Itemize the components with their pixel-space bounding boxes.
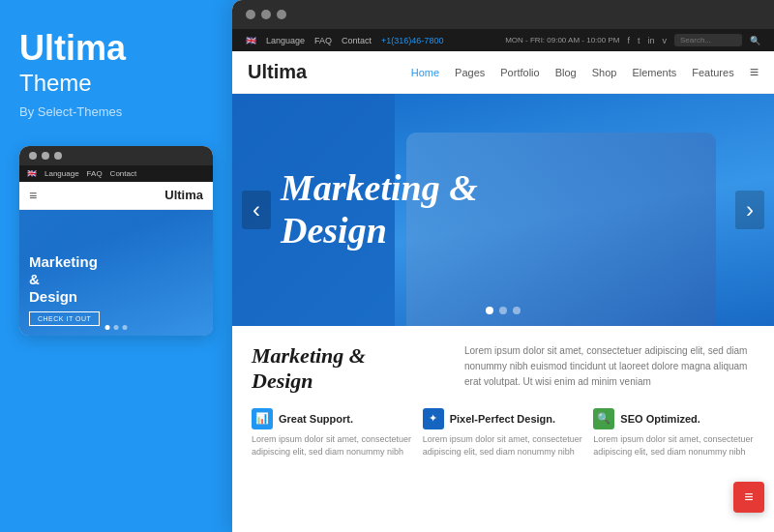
mobile-hamburger-icon[interactable]: ≡ — [29, 188, 37, 203]
nav-link-blog[interactable]: Blog — [555, 67, 577, 78]
nav-links: Home Pages Portfolio Blog Shop Elements … — [411, 64, 759, 81]
content-top: Marketing & Design Lorem ipsum dolor sit… — [252, 343, 755, 395]
topbar-contact[interactable]: Contact — [342, 36, 372, 45]
site-content: Marketing & Design Lorem ipsum dolor sit… — [232, 326, 774, 532]
topbar-social-tw[interactable]: t — [638, 36, 640, 45]
mobile-hero-title: Marketing&Design — [29, 253, 100, 306]
features-row: 📊 Great Support. Lorem ipsum dolor sit a… — [252, 408, 755, 459]
site-hero: Marketing & Design ‹ › — [232, 94, 774, 326]
topbar-faq[interactable]: FAQ — [314, 36, 332, 45]
corner-menu-button[interactable]: ≡ — [733, 482, 764, 513]
content-heading-line1: Marketing & — [252, 343, 366, 368]
feature-icon-2: ✦ — [423, 408, 444, 429]
feature-icon-1: 📊 — [252, 408, 273, 429]
mobile-hero-dot-1 — [105, 325, 110, 330]
topbar-left: 🇬🇧 Language FAQ Contact +1(316)46-7800 — [246, 36, 443, 45]
mobile-titlebar — [19, 146, 213, 165]
topbar-right: MON - FRI: 09:00 AM - 10:00 PM f t in v … — [505, 34, 760, 46]
nav-hamburger-icon[interactable]: ≡ — [750, 64, 759, 81]
topbar-flag-icon: 🇬🇧 — [246, 36, 256, 45]
mobile-hero-dot-3 — [123, 325, 128, 330]
site-topbar: 🇬🇧 Language FAQ Contact +1(316)46-7800 M… — [232, 29, 774, 51]
mobile-preview-card: 🇬🇧 Language FAQ Contact ≡ Ultima Marketi… — [19, 146, 213, 336]
browser-dot-2 — [261, 10, 271, 19]
hero-title-line1: Marketing & — [281, 167, 478, 208]
feature-col-3: 🔍 SEO Optimized. Lorem ipsum dolor sit a… — [593, 408, 755, 459]
nav-link-home[interactable]: Home — [411, 67, 439, 78]
topbar-social-in[interactable]: in — [647, 36, 654, 45]
mobile-hero: Marketing&Design CHECK IT OUT — [19, 210, 213, 336]
feature-para-1: Lorem ipsum dolor sit amet, consectetuer… — [252, 433, 413, 459]
topbar-social-v[interactable]: v — [663, 36, 668, 45]
browser-dot-3 — [277, 10, 286, 19]
mobile-nav-logo: Ultima — [164, 188, 203, 202]
hero-title: Marketing & Design — [281, 167, 478, 251]
dot-1 — [29, 152, 37, 160]
brand-by: By Select-Themes — [19, 104, 213, 119]
mobile-flag-icon: 🇬🇧 — [27, 169, 37, 178]
site-nav: Ultima Home Pages Portfolio Blog Shop El… — [232, 51, 774, 94]
dot-2 — [42, 152, 49, 160]
brand-subtitle: Theme — [19, 70, 213, 97]
mobile-nav: ≡ Ultima — [19, 182, 213, 210]
feature-col-1: 📊 Great Support. Lorem ipsum dolor sit a… — [252, 408, 413, 459]
browser-titlebar — [232, 0, 774, 29]
left-panel: Ultima Theme By Select-Themes 🇬🇧 Languag… — [0, 0, 232, 532]
feature-icon-3: 🔍 — [593, 408, 614, 429]
nav-link-pages[interactable]: Pages — [455, 67, 485, 78]
feature-title-2: Pixel-Perfect Design. — [450, 413, 555, 425]
nav-link-features[interactable]: Features — [692, 67, 733, 78]
feature-title-1: Great Support. — [279, 413, 353, 425]
topbar-search-icon[interactable]: 🔍 — [750, 36, 760, 45]
topbar-search-input[interactable] — [674, 34, 742, 46]
hero-dot-1[interactable] — [486, 307, 493, 314]
content-heading: Marketing & Design — [252, 343, 445, 395]
nav-link-portfolio[interactable]: Portfolio — [500, 67, 539, 78]
feature-icon-wrap-1: 📊 Great Support. — [252, 408, 413, 429]
topbar-language[interactable]: Language — [266, 36, 305, 45]
mobile-contact-link[interactable]: Contact — [110, 169, 137, 178]
hero-dots — [486, 307, 521, 314]
content-para: Lorem ipsum dolor sit amet, consectetuer… — [464, 343, 755, 390]
mobile-hero-dots — [105, 325, 128, 330]
feature-icon-wrap-2: ✦ Pixel-Perfect Design. — [423, 408, 584, 429]
hero-next-arrow[interactable]: › — [735, 191, 764, 229]
mobile-hero-dot-2 — [114, 325, 119, 330]
feature-col-2: ✦ Pixel-Perfect Design. Lorem ipsum dolo… — [423, 408, 584, 459]
hero-prev-arrow[interactable]: ‹ — [242, 191, 271, 229]
topbar-hours: MON - FRI: 09:00 AM - 10:00 PM — [505, 36, 619, 44]
feature-para-3: Lorem ipsum dolor sit amet, consectetuer… — [593, 433, 755, 459]
hero-dot-3[interactable] — [513, 307, 521, 314]
content-heading-line2: Design — [252, 369, 313, 393]
topbar-phone: +1(316)46-7800 — [381, 36, 443, 45]
mobile-language-label[interactable]: Language — [45, 169, 79, 178]
dot-3 — [54, 152, 62, 160]
mobile-hero-btn[interactable]: CHECK IT OUT — [29, 311, 100, 326]
hero-content: Marketing & Design — [281, 167, 478, 251]
nav-link-elements[interactable]: Elements — [632, 67, 676, 78]
mobile-hero-content: Marketing&Design CHECK IT OUT — [29, 253, 100, 326]
content-left: Marketing & Design — [252, 343, 445, 395]
mobile-topbar: 🇬🇧 Language FAQ Contact — [19, 165, 213, 182]
browser-dot-1 — [246, 10, 255, 19]
right-panel: 🇬🇧 Language FAQ Contact +1(316)46-7800 M… — [232, 0, 774, 532]
feature-title-3: SEO Optimized. — [620, 413, 700, 425]
brand-title: Ultima — [19, 29, 213, 68]
nav-link-shop[interactable]: Shop — [592, 67, 617, 78]
hero-dot-2[interactable] — [499, 307, 507, 314]
feature-icon-wrap-3: 🔍 SEO Optimized. — [593, 408, 755, 429]
topbar-social-fb[interactable]: f — [627, 36, 630, 45]
mobile-faq-link[interactable]: FAQ — [87, 169, 103, 178]
content-right: Lorem ipsum dolor sit amet, consectetuer… — [464, 343, 755, 395]
site-logo: Ultima — [248, 61, 307, 83]
feature-para-2: Lorem ipsum dolor sit amet, consectetuer… — [423, 433, 584, 459]
hero-title-line2: Design — [281, 210, 387, 251]
